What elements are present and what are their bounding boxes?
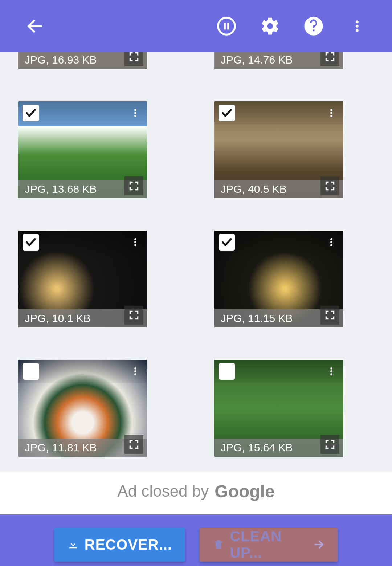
bottom-bar: Ad closed by Google RECOVER... CLEAN UP.… xyxy=(0,472,392,566)
svg-point-25 xyxy=(330,373,332,375)
svg-point-14 xyxy=(134,238,136,240)
more-vertical-icon xyxy=(326,106,336,120)
more-vertical-icon xyxy=(326,235,336,249)
image-meta-label: JPG, 16.93 KB xyxy=(25,54,97,66)
cleanup-button-label: CLEAN UP... xyxy=(230,528,307,561)
tile-menu-button[interactable] xyxy=(128,106,143,120)
image-tile[interactable]: JPG, 15.64 KB xyxy=(214,360,343,457)
fullscreen-button[interactable] xyxy=(320,435,339,454)
image-meta-label: JPG, 11.15 KB xyxy=(221,312,293,325)
tile-menu-button[interactable] xyxy=(324,235,339,249)
overflow-menu-button[interactable] xyxy=(335,4,379,48)
checkmark-icon xyxy=(221,236,233,248)
svg-point-9 xyxy=(134,112,136,114)
download-icon xyxy=(68,538,79,551)
svg-point-12 xyxy=(330,112,332,114)
recover-button-label: RECOVER... xyxy=(85,537,172,553)
svg-point-18 xyxy=(330,241,332,243)
svg-point-20 xyxy=(134,367,136,370)
svg-point-5 xyxy=(356,21,359,24)
trash-icon xyxy=(213,538,224,551)
image-meta-label: JPG, 40.5 KB xyxy=(221,183,287,195)
svg-point-24 xyxy=(330,370,332,372)
fullscreen-button[interactable] xyxy=(320,306,339,325)
image-tile[interactable]: JPG, 16.93 KB xyxy=(18,52,147,69)
tile-menu-button[interactable] xyxy=(324,364,339,379)
svg-point-10 xyxy=(134,115,136,117)
settings-button[interactable] xyxy=(248,4,292,48)
more-vertical-icon xyxy=(350,16,364,36)
svg-point-15 xyxy=(134,241,136,243)
image-meta-label: JPG, 14.76 KB xyxy=(221,54,293,66)
svg-point-21 xyxy=(134,370,136,372)
help-button[interactable] xyxy=(292,4,335,48)
app-toolbar xyxy=(0,0,392,52)
tile-menu-button[interactable] xyxy=(128,364,143,379)
arrow-left-icon xyxy=(25,17,44,36)
fullscreen-icon xyxy=(325,439,335,449)
select-checkbox[interactable] xyxy=(219,363,235,380)
arrow-right-icon xyxy=(313,538,324,551)
tile-menu-button[interactable] xyxy=(128,235,143,249)
fullscreen-button[interactable] xyxy=(124,176,143,195)
select-checkbox[interactable] xyxy=(23,105,39,121)
fullscreen-icon xyxy=(129,181,139,191)
image-tile[interactable]: JPG, 14.76 KB xyxy=(214,52,343,69)
more-vertical-icon xyxy=(326,364,336,379)
cleanup-button[interactable]: CLEAN UP... xyxy=(200,528,338,562)
svg-point-13 xyxy=(330,115,332,117)
fullscreen-button[interactable] xyxy=(124,52,143,66)
image-meta-label: JPG, 13.68 KB xyxy=(25,183,97,195)
fullscreen-button[interactable] xyxy=(124,435,143,454)
fullscreen-icon xyxy=(325,310,335,320)
svg-point-17 xyxy=(330,238,332,240)
more-vertical-icon xyxy=(130,364,140,379)
pause-button[interactable] xyxy=(205,4,248,48)
svg-point-11 xyxy=(330,109,332,111)
checkmark-icon xyxy=(25,107,37,119)
gear-icon xyxy=(260,16,280,36)
image-meta-label: JPG, 15.64 KB xyxy=(221,441,293,454)
ad-closed-text: Ad closed by xyxy=(117,482,209,500)
ad-brand-text: Google xyxy=(215,481,274,501)
select-checkbox[interactable] xyxy=(23,234,39,251)
recover-button[interactable]: RECOVER... xyxy=(54,528,185,562)
fullscreen-icon xyxy=(325,52,335,62)
more-vertical-icon xyxy=(130,106,140,120)
back-button[interactable] xyxy=(13,4,57,48)
image-tile[interactable]: JPG, 11.15 KB xyxy=(214,231,343,327)
help-circle-icon xyxy=(303,16,324,36)
select-checkbox[interactable] xyxy=(219,234,235,251)
svg-point-23 xyxy=(330,367,332,370)
more-vertical-icon xyxy=(130,235,140,249)
fullscreen-icon xyxy=(129,52,139,62)
image-tile[interactable]: JPG, 10.1 KB xyxy=(18,231,147,327)
tile-menu-button[interactable] xyxy=(324,106,339,120)
checkmark-icon xyxy=(221,107,233,119)
svg-point-19 xyxy=(330,244,332,246)
pause-circle-icon xyxy=(216,16,237,36)
fullscreen-button[interactable] xyxy=(124,306,143,325)
image-grid: JPG, 16.93 KB JPG, 14.76 KB JPG, 13.68 K… xyxy=(0,52,392,472)
fullscreen-icon xyxy=(325,181,335,191)
fullscreen-button[interactable] xyxy=(320,52,339,66)
ad-banner[interactable]: Ad closed by Google xyxy=(0,468,392,514)
svg-point-16 xyxy=(134,244,136,246)
select-checkbox[interactable] xyxy=(23,363,39,380)
fullscreen-button[interactable] xyxy=(320,176,339,195)
svg-point-7 xyxy=(356,29,359,32)
svg-point-1 xyxy=(218,18,235,35)
image-tile[interactable]: JPG, 40.5 KB xyxy=(214,101,343,198)
select-checkbox[interactable] xyxy=(219,105,235,121)
fullscreen-icon xyxy=(129,310,139,320)
svg-point-6 xyxy=(356,25,359,28)
checkmark-icon xyxy=(25,236,37,248)
image-tile[interactable]: JPG, 13.68 KB xyxy=(18,101,147,198)
fullscreen-icon xyxy=(129,439,139,449)
svg-point-22 xyxy=(134,373,136,375)
image-meta-label: JPG, 10.1 KB xyxy=(25,312,91,325)
image-meta-label: JPG, 11.81 KB xyxy=(25,441,97,454)
svg-point-8 xyxy=(134,109,136,111)
image-tile[interactable]: JPG, 11.81 KB xyxy=(18,360,147,457)
